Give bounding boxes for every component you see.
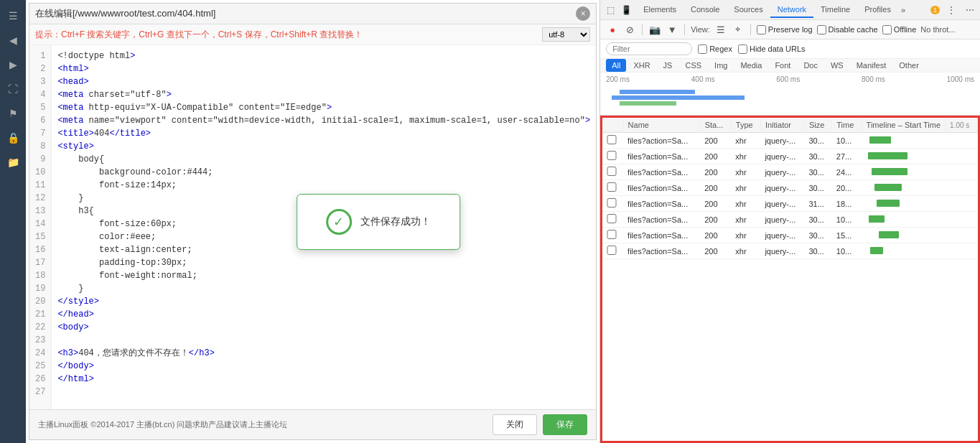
- settings-icon[interactable]: ⋮: [944, 3, 958, 17]
- tab-console[interactable]: Console: [683, 2, 727, 18]
- view-label: View:: [691, 25, 710, 34]
- filter-button[interactable]: ▼: [666, 23, 678, 36]
- sidebar-icon-lock[interactable]: 🔒: [3, 128, 23, 148]
- type-filter-css[interactable]: CSS: [679, 59, 707, 72]
- tab-sources[interactable]: Sources: [727, 2, 770, 18]
- col-time[interactable]: Time: [832, 118, 862, 133]
- row-time-extra: [946, 133, 978, 149]
- timeline-marker: 1000 ms: [947, 75, 974, 83]
- type-filter-all[interactable]: All: [606, 59, 626, 72]
- table-row[interactable]: files?action=Sa... 200 xhr jquery-... 30…: [602, 164, 977, 180]
- row-checkbox-cell[interactable]: [602, 196, 623, 212]
- col-name[interactable]: Name: [623, 118, 700, 133]
- hide-data-urls-checkbox[interactable]: [738, 45, 747, 54]
- record-button[interactable]: ●: [606, 23, 619, 36]
- more-options-icon[interactable]: ⋯: [963, 3, 977, 17]
- offline-checkbox[interactable]: [882, 25, 892, 34]
- timeline-marker: 600 ms: [776, 75, 800, 83]
- row-name: files?action=Sa...: [623, 164, 700, 180]
- devtools-tabs: ⬚ 📱 Elements Console Sources Network Tim…: [600, 0, 980, 20]
- row-initiator: jquery-...: [760, 228, 804, 243]
- filter-input[interactable]: [606, 42, 692, 55]
- warning-badge: 1: [930, 6, 940, 14]
- table-row[interactable]: files?action=Sa... 200 xhr jquery-... 31…: [602, 196, 977, 212]
- col-type[interactable]: Type: [731, 118, 760, 133]
- devtools-device-icon[interactable]: 📱: [619, 3, 633, 17]
- row-initiator: jquery-...: [760, 180, 804, 196]
- save-btn[interactable]: 保存: [543, 414, 587, 435]
- offline-label: Offline: [894, 25, 917, 34]
- row-time: 10...: [832, 133, 862, 149]
- preserve-log-label: Preserve log: [768, 25, 813, 34]
- network-table-container[interactable]: Name Sta... Type Initiator Size Time Tim…: [600, 116, 980, 443]
- tree-view-button[interactable]: ⌖: [732, 23, 745, 36]
- type-filter-manifest[interactable]: Manifest: [851, 59, 892, 72]
- tab-timeline[interactable]: Timeline: [813, 2, 857, 18]
- close-button[interactable]: ×: [576, 6, 590, 21]
- stop-button[interactable]: ⊘: [623, 23, 636, 36]
- type-filter-xhr[interactable]: XHR: [627, 59, 655, 72]
- camera-button[interactable]: 📷: [648, 23, 661, 36]
- row-checkbox-cell[interactable]: [602, 212, 623, 228]
- col-size[interactable]: Size: [804, 118, 831, 133]
- tab-network[interactable]: Network: [770, 2, 813, 18]
- type-filter-ws[interactable]: WS: [825, 59, 849, 72]
- sidebar-icon-folder[interactable]: 📁: [3, 152, 23, 172]
- table-row[interactable]: files?action=Sa... 200 xhr jquery-... 30…: [602, 133, 977, 149]
- table-row[interactable]: files?action=Sa... 200 xhr jquery-... 30…: [602, 228, 977, 243]
- row-checkbox-cell[interactable]: [602, 164, 623, 180]
- disable-cache-checkbox[interactable]: [817, 25, 826, 34]
- table-row[interactable]: files?action=Sa... 200 xhr jquery-... 30…: [602, 180, 977, 196]
- row-time-extra: [946, 212, 978, 228]
- list-view-button[interactable]: ☰: [714, 23, 727, 36]
- table-row[interactable]: files?action=Sa... 200 xhr jquery-... 30…: [602, 243, 977, 259]
- devtools-inspect-icon[interactable]: ⬚: [603, 3, 617, 17]
- col-timeline[interactable]: Timeline – Start Time: [862, 118, 946, 133]
- row-status: 200: [700, 164, 731, 180]
- close-btn[interactable]: 关闭: [493, 414, 537, 435]
- type-filter-img[interactable]: Img: [709, 59, 733, 72]
- sidebar-icon-back[interactable]: ◀: [3, 30, 23, 50]
- editor-hint: 提示：Ctrl+F 搜索关键字，Ctrl+G 查找下一个，Ctrl+S 保存，C…: [35, 29, 363, 41]
- type-filter-doc[interactable]: Doc: [798, 59, 823, 72]
- encoding-select[interactable]: utf-8 gbk gb2312: [542, 27, 590, 42]
- row-initiator: jquery-...: [760, 133, 804, 149]
- row-checkbox-cell[interactable]: [602, 243, 623, 259]
- success-check-icon: ✓: [326, 209, 352, 235]
- type-filter-other[interactable]: Other: [893, 59, 925, 72]
- row-checkbox-cell[interactable]: [602, 228, 623, 243]
- type-filter-font[interactable]: Font: [769, 59, 796, 72]
- type-filter-media[interactable]: Media: [734, 59, 767, 72]
- table-row[interactable]: files?action=Sa... 200 xhr jquery-... 30…: [602, 149, 977, 164]
- col-status[interactable]: Sta...: [700, 118, 731, 133]
- toolbar-divider-2: [684, 24, 685, 35]
- row-checkbox-cell[interactable]: [602, 149, 623, 164]
- editor-toolbar: 提示：Ctrl+F 搜索关键字，Ctrl+G 查找下一个，Ctrl+S 保存，C…: [29, 24, 596, 45]
- regex-checkbox[interactable]: [698, 45, 707, 54]
- tab-profiles[interactable]: Profiles: [857, 2, 898, 18]
- timeline-bars: [600, 87, 980, 108]
- row-size: 30...: [804, 133, 831, 149]
- editor-titlebar: 在线编辑[/www/wwwroot/test.com/404.html] ×: [29, 4, 596, 24]
- tab-more[interactable]: »: [898, 6, 908, 14]
- col-initiator[interactable]: Initiator: [760, 118, 804, 133]
- sidebar-icon-forward[interactable]: ▶: [3, 55, 23, 75]
- hide-data-urls-label: Hide data URLs: [750, 45, 806, 53]
- sidebar-icon-flag[interactable]: ⚑: [3, 103, 23, 123]
- table-row[interactable]: files?action=Sa... 200 xhr jquery-... 30…: [602, 212, 977, 228]
- type-filter-js[interactable]: JS: [658, 59, 678, 72]
- row-checkbox-cell[interactable]: [602, 180, 623, 196]
- editor-main: 在线编辑[/www/wwwroot/test.com/404.html] × 提…: [29, 3, 597, 440]
- tab-elements[interactable]: Elements: [636, 2, 683, 18]
- row-status: 200: [700, 243, 731, 259]
- sidebar-icon-menu[interactable]: ☰: [3, 6, 23, 26]
- row-initiator: jquery-...: [760, 196, 804, 212]
- filter-bar: Regex Hide data URLs: [600, 39, 980, 59]
- disable-cache-group: Disable cache: [817, 25, 878, 34]
- sidebar-icon-grid[interactable]: ⛶: [3, 79, 23, 99]
- preserve-log-group: Preserve log: [757, 25, 813, 34]
- row-checkbox-cell[interactable]: [602, 133, 623, 149]
- preserve-log-checkbox[interactable]: [757, 25, 766, 34]
- row-timeline-bar: [862, 243, 946, 259]
- row-time-extra: [946, 196, 978, 212]
